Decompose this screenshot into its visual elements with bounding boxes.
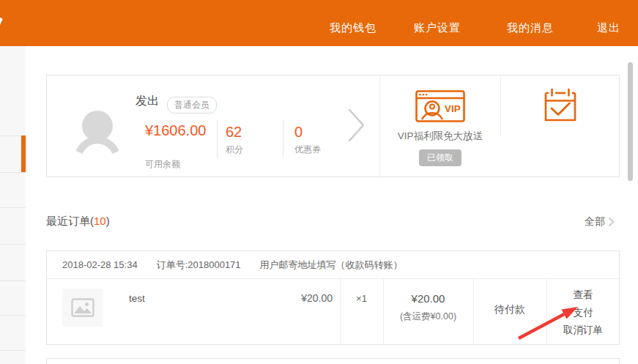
image-placeholder-icon: [71, 298, 94, 317]
sidebar-divider: [0, 350, 26, 351]
view-order-link[interactable]: 查看: [546, 289, 620, 302]
points-value[interactable]: 62: [226, 122, 242, 141]
orders-count: 10: [94, 215, 106, 227]
order-header: 2018-02-28 15:34 订单号:2018000171 用户邮寄地址填写…: [47, 251, 619, 279]
order-datetime: 2018-02-28 15:34: [62, 259, 138, 270]
nav-my-messages[interactable]: 我的消息: [507, 21, 554, 35]
nav-my-wallet[interactable]: 我的钱包: [330, 21, 377, 35]
product-thumbnail[interactable]: [62, 289, 103, 327]
points-label: 积分: [226, 144, 243, 156]
order-actions: 查看 支付 取消订单: [546, 279, 620, 344]
checkin-section: [501, 75, 620, 177]
cancel-order-link[interactable]: 取消订单: [546, 324, 620, 337]
balance-value[interactable]: ¥1606.00: [145, 121, 211, 140]
vip-promo-section: VIP VIP福利限免大放送 已领取: [380, 75, 500, 177]
sidebar-divider: [0, 207, 26, 208]
coupons-value[interactable]: 0: [294, 122, 303, 141]
column-divider: [340, 279, 341, 344]
shipping-note: (含运费¥0.00): [383, 311, 473, 323]
calendar-check-icon[interactable]: [543, 88, 578, 125]
order-status: 待付款: [473, 303, 546, 316]
profile-card: 发出 普通会员 ¥1606.00 可用余额 62 积分 0 优惠券: [46, 75, 620, 177]
sidebar: [0, 46, 26, 364]
order-card: 2018-02-28 15:34 订单号:2018000171 用户邮寄地址填写…: [46, 250, 620, 345]
sidebar-divider: [0, 172, 26, 173]
order-number: 订单号:2018000171: [157, 259, 241, 272]
avatar-icon: [75, 108, 119, 157]
stat-divider: [283, 120, 283, 157]
nav-logout[interactable]: 退出: [597, 21, 620, 35]
order-note: 用户邮寄地址填写（收款码转账）: [260, 259, 403, 272]
vip-claimed-badge[interactable]: 已领取: [419, 149, 461, 166]
nav-account-settings[interactable]: 账户设置: [414, 21, 461, 35]
unit-price: ¥20.00: [289, 292, 333, 304]
vip-browser-search-icon: VIP: [415, 90, 465, 125]
total-amount: ¥20.00: [383, 292, 473, 305]
coupons-label: 优惠券: [294, 144, 321, 156]
order-body: test ¥20.00 ×1 ¥20.00 (含运费¥0.00) 待付款 查看 …: [47, 279, 619, 344]
top-navbar: 我的钱包 账户设置 我的消息 退出: [0, 0, 638, 46]
user-center-page: 我的钱包 账户设置 我的消息 退出 发出 普通会员 ¥1606.00 可用余额 …: [0, 0, 638, 364]
stat-divider: [217, 120, 218, 157]
sidebar-active-indicator[interactable]: [21, 135, 26, 172]
vip-promo-title: VIP福利限免大放送: [380, 130, 500, 143]
view-all-orders-link[interactable]: 全部: [585, 215, 605, 229]
product-name[interactable]: test: [129, 293, 145, 304]
quantity: ×1: [340, 293, 383, 304]
svg-text:VIP: VIP: [445, 103, 461, 114]
chevron-right-icon[interactable]: [347, 108, 366, 146]
scrollbar-thumb[interactable]: [628, 62, 633, 181]
username: 发出: [136, 94, 159, 109]
balance-label: 可用余额: [145, 158, 180, 171]
member-level-badge: 普通会员: [167, 97, 217, 114]
logo-fragment-icon: [0, 18, 3, 29]
order-card-partial: [46, 358, 620, 364]
pay-order-link[interactable]: 支付: [546, 306, 620, 319]
sidebar-divider: [0, 244, 26, 245]
sidebar-divider: [0, 315, 26, 316]
chevron-right-icon[interactable]: [608, 217, 615, 230]
recent-orders-title: 最近订单(10): [46, 215, 110, 229]
sidebar-divider: [0, 281, 26, 281]
